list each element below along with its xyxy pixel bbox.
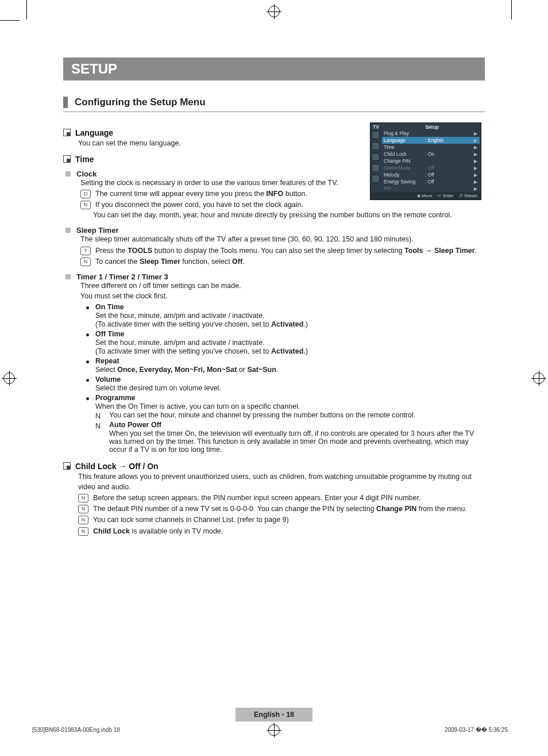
note-n-icon: N [95, 422, 105, 430]
osd-foot-return: Return [459, 193, 477, 198]
osd-setup-menu: TV Setup Plug & Play▶ La [370, 122, 481, 200]
bullet-programme: Programme When the On Timer is active, y… [85, 394, 485, 454]
osd-row: Time▶ [382, 144, 480, 151]
registration-mark-icon [268, 724, 280, 736]
language-body: You can set the menu language. [78, 139, 364, 149]
print-meta-right: 2009-03-17 �� 5:36:25 [445, 727, 508, 733]
subsub-timers: Timer 1 / Timer 2 / Timer 3 [65, 273, 485, 281]
registration-mark-icon [268, 6, 280, 17]
subhead-time-label: Time [75, 155, 94, 164]
osd-cat-icon [372, 131, 380, 139]
note-n-icon: N [78, 505, 88, 513]
registration-mark-icon [3, 373, 15, 384]
grey-square-icon [65, 274, 71, 279]
note-n-icon: N [80, 201, 91, 209]
cropmark [511, 0, 512, 20]
osd-tv-label: TV [373, 124, 385, 130]
section-heading: Configuring the Setup Menu [63, 97, 485, 108]
childlock-body: This feature allows you to prevent unaut… [78, 472, 485, 492]
page-footer: English - 18 [236, 708, 312, 722]
bullet-repeat: Repeat Select Once, Everyday, Mon~Fri, M… [85, 357, 485, 374]
subhead-language: Language [63, 128, 364, 137]
childlock-note-4: Child Lock is available only in TV mode. [93, 526, 485, 536]
osd-row: PIP▶ [382, 185, 480, 192]
osd-caption: Setup [385, 124, 478, 130]
osd-cat-icon [372, 153, 380, 161]
note-n-icon: N [78, 527, 88, 536]
square-bullet-icon [63, 462, 71, 470]
childlock-note-2: The default PIN number of a new TV set i… [93, 504, 485, 514]
timers-body-1: Three different on / off timer settings … [80, 281, 485, 291]
section-rule [63, 112, 485, 112]
osd-row: Plug & Play▶ [382, 130, 480, 137]
childlock-note-1: Before the setup screen appears, the PIN… [93, 493, 485, 503]
subsub-clock: Clock [65, 170, 364, 178]
sleep-note-2: To cancel the Sleep Timer function, sele… [95, 256, 485, 267]
sleep-body: The sleep timer automatically shuts off … [80, 235, 485, 245]
bullet-volume: Volume Select the desired turn on volume… [85, 375, 485, 392]
timers-body-2: You must set the clock first. [80, 291, 485, 302]
note-n-icon: N [78, 494, 88, 502]
note-n-icon: N [78, 516, 88, 524]
osd-row: Child Lock: On▶ [382, 151, 480, 158]
osd-cat-icon [372, 142, 380, 150]
subhead-child-lock: Child Lock → Off / On [63, 462, 485, 471]
clock-note-2: If you disconnect the power cord, you ha… [95, 199, 364, 210]
square-bullet-icon [63, 129, 71, 136]
subhead-time: Time [63, 155, 364, 164]
clock-body: Setting the clock is necessary in order … [80, 178, 364, 189]
osd-foot-enter: Enter [438, 193, 453, 198]
grey-square-icon [65, 171, 71, 176]
clock-note-1: The current time will appear every time … [95, 189, 364, 199]
grey-square-icon [65, 228, 71, 233]
osd-row: Game Mode: Off▶ [382, 164, 480, 171]
osd-cat-icon [372, 175, 380, 183]
osd-foot-move: Move [417, 193, 432, 198]
subsub-sleep-timer: Sleep Timer [65, 226, 485, 235]
note-n-icon: N [80, 258, 91, 266]
osd-footer: Move Enter Return [371, 192, 481, 199]
cropmark [26, 0, 27, 20]
bullet-on-time: On Time Set the hour, minute, am/pm and … [85, 303, 485, 328]
sleep-note-1: Press the TOOLS button to display the To… [95, 245, 485, 256]
osd-row: Energy Saving: Off▶ [382, 178, 480, 185]
subhead-child-lock-label: Child Lock → Off / On [75, 462, 159, 471]
note-n-icon: N [95, 412, 105, 420]
subsub-sleep-timer-label: Sleep Timer [76, 226, 118, 235]
info-o-icon: O [80, 190, 91, 198]
page-banner: SETUP [63, 57, 485, 80]
cropmark [0, 20, 20, 21]
registration-mark-icon [533, 373, 545, 384]
programme-note-1: You can set the hour, minute and channel… [109, 411, 415, 419]
osd-row: Change PIN▶ [382, 158, 480, 164]
programme-note-2: Auto Power Off When you set the timer On… [109, 421, 485, 454]
osd-cat-icon [372, 164, 380, 172]
osd-row: Language: English▶ [382, 137, 480, 144]
osd-row: Melody: Off▶ [382, 171, 480, 178]
osd-side-icons [371, 130, 381, 192]
subsub-timers-label: Timer 1 / Timer 2 / Timer 3 [76, 273, 168, 281]
bullet-off-time: Off Time Set the hour, minute, am/pm and… [85, 330, 485, 355]
square-bullet-icon [63, 155, 71, 163]
subhead-language-label: Language [75, 128, 113, 137]
clock-note-2b: You can set the day, month, year, hour a… [93, 210, 485, 220]
print-meta-left: [530]BN68-01983A-00Eng.indb 18 [32, 727, 120, 733]
subsub-clock-label: Clock [76, 170, 97, 178]
tools-t-icon: T [80, 247, 91, 255]
childlock-note-3: You can lock some channels in Channel Li… [93, 515, 485, 525]
